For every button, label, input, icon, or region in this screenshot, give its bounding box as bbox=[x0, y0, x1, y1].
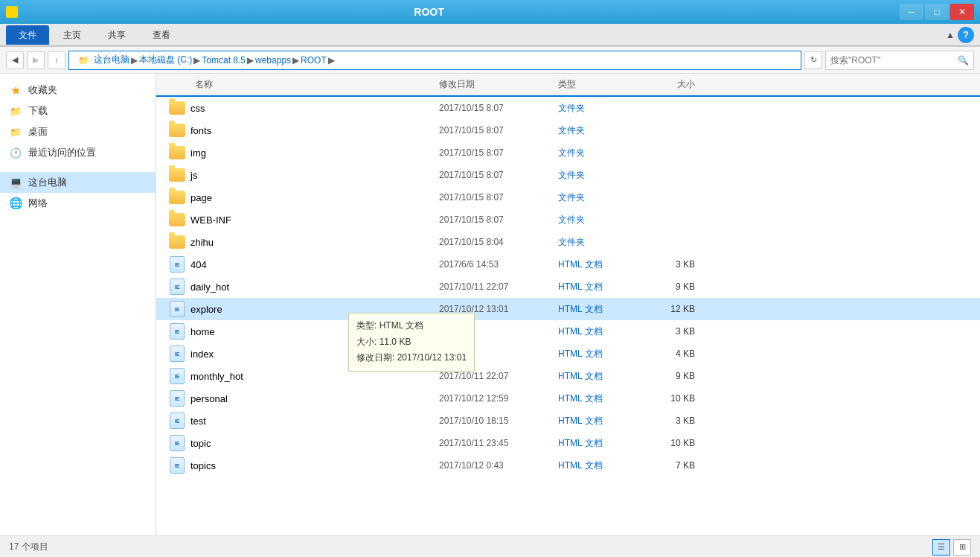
folder-icon bbox=[169, 124, 185, 137]
file-name: topics bbox=[190, 460, 216, 471]
col-header-size[interactable]: 大小 bbox=[647, 78, 707, 91]
collapse-ribbon[interactable]: ▲ bbox=[946, 30, 955, 40]
table-row[interactable]: js 2017/10/15 8:07 文件夹 bbox=[156, 164, 980, 186]
folder-icon bbox=[169, 191, 185, 204]
file-name: WEB-INF bbox=[190, 214, 231, 226]
tab-home[interactable]: 主页 bbox=[51, 25, 94, 45]
up-button[interactable]: ↑ bbox=[48, 51, 65, 69]
file-icon: IE bbox=[168, 456, 186, 474]
maximize-button[interactable]: □ bbox=[925, 4, 949, 20]
table-row[interactable]: IE test 2017/10/10 18:15 HTML 文档 3 KB bbox=[156, 410, 980, 432]
search-input[interactable] bbox=[830, 55, 958, 66]
file-icon: IE bbox=[168, 322, 186, 340]
address-box[interactable]: 📁 这台电脑 ▶ 本地磁盘 (C:) ▶ Tomcat 8.5 ▶ webapp… bbox=[68, 51, 801, 70]
breadcrumb-c[interactable]: 本地磁盘 (C:) bbox=[139, 54, 192, 66]
sidebar-item-favorites[interactable]: ★ 收藏夹 bbox=[0, 80, 156, 101]
file-list-header: 名称 修改日期 类型 大小 bbox=[156, 74, 980, 97]
file-name: topic bbox=[190, 438, 211, 449]
table-row[interactable]: IE explore 2017/10/12 13:01 HTML 文档 12 K… bbox=[156, 298, 980, 320]
back-button[interactable]: ◀ bbox=[6, 51, 24, 69]
col-header-date[interactable]: 修改日期 bbox=[439, 78, 558, 91]
breadcrumb-webapps[interactable]: webapps bbox=[255, 55, 291, 66]
html-file-icon: IE bbox=[170, 278, 185, 295]
file-type-cell: HTML 文档 bbox=[558, 392, 647, 405]
help-button[interactable]: ? bbox=[958, 27, 974, 43]
breadcrumb: 📁 这台电脑 ▶ 本地磁盘 (C:) ▶ Tomcat 8.5 ▶ webapp… bbox=[75, 54, 795, 66]
table-row[interactable]: IE daily_hot 2017/10/11 22:07 HTML 文档 9 … bbox=[156, 276, 980, 298]
table-row[interactable]: IE topics 2017/10/12 0:43 HTML 文档 7 KB bbox=[156, 454, 980, 477]
file-date-cell: 2017/10/11 22:07 bbox=[439, 281, 558, 292]
tooltip-type: 类型: HTML 文档 bbox=[356, 318, 467, 334]
file-name-cell: css bbox=[156, 99, 439, 117]
tab-share[interactable]: 共享 bbox=[95, 25, 138, 45]
file-date-cell: 2017/10/12 12:59 bbox=[439, 393, 558, 404]
refresh-button[interactable]: ↻ bbox=[804, 51, 822, 69]
folder-icon bbox=[169, 101, 185, 115]
table-row[interactable]: page 2017/10/15 8:07 文件夹 bbox=[156, 186, 980, 209]
search-box[interactable]: 🔍 bbox=[825, 51, 974, 70]
minimize-button[interactable]: ─ bbox=[900, 4, 923, 20]
sidebar-item-recent[interactable]: 🕐 最近访问的位置 bbox=[0, 142, 156, 163]
breadcrumb-tomcat[interactable]: Tomcat 8.5 bbox=[202, 55, 246, 66]
sidebar-item-desktop[interactable]: 📁 桌面 bbox=[0, 121, 156, 142]
tab-view[interactable]: 查看 bbox=[140, 25, 183, 45]
title-bar-controls: ─ □ ✕ bbox=[900, 4, 974, 20]
file-date-cell: 2017/10/12 0:43 bbox=[439, 460, 558, 471]
sidebar-label-downloads: 下载 bbox=[28, 104, 48, 118]
sidebar-label-favorites: 收藏夹 bbox=[28, 83, 57, 97]
col-header-type[interactable]: 类型 bbox=[558, 78, 647, 91]
file-name-cell: img bbox=[156, 144, 439, 162]
table-row[interactable]: IE topic 2017/10/11 23:45 HTML 文档 10 KB bbox=[156, 432, 980, 454]
status-bar: 17 个项目 ☰ ⊞ bbox=[0, 535, 980, 557]
table-row[interactable]: WEB-INF 2017/10/15 8:07 文件夹 bbox=[156, 209, 980, 231]
html-file-icon: IE bbox=[170, 346, 185, 362]
breadcrumb-pc[interactable]: 这台电脑 bbox=[94, 54, 129, 66]
table-row[interactable]: IE home HTML 文档 3 KB bbox=[156, 320, 980, 343]
sidebar-item-downloads[interactable]: 📁 下载 bbox=[0, 101, 156, 121]
file-date-cell: 2017/10/15 8:07 bbox=[439, 125, 558, 136]
col-header-name[interactable]: 名称 bbox=[156, 78, 439, 91]
file-type-cell: 文件夹 bbox=[558, 191, 647, 204]
network-icon: 🌐 bbox=[9, 197, 22, 210]
file-size-cell: 10 KB bbox=[647, 393, 707, 404]
file-size-cell: 3 KB bbox=[647, 416, 707, 426]
breadcrumb-root[interactable]: ROOT bbox=[301, 55, 327, 66]
file-date-cell: 2017/10/15 8:07 bbox=[439, 214, 558, 225]
file-icon: IE bbox=[168, 434, 186, 452]
sidebar-item-network[interactable]: 🌐 网络 bbox=[0, 193, 156, 214]
table-row[interactable]: fonts 2017/10/15 8:07 文件夹 bbox=[156, 119, 980, 141]
file-date-cell: 2017/10/10 18:15 bbox=[439, 416, 558, 426]
view-details-button[interactable]: ☰ bbox=[932, 539, 950, 556]
file-name: index bbox=[190, 348, 214, 360]
main-layout: ★ 收藏夹 📁 下载 📁 桌面 🕐 最近访问的位置 💻 这台电脑 bbox=[0, 74, 980, 535]
address-bar: ◀ ▶ ↑ 📁 这台电脑 ▶ 本地磁盘 (C:) ▶ Tomcat 8.5 ▶ … bbox=[0, 47, 980, 74]
table-row[interactable]: css 2017/10/15 8:07 文件夹 bbox=[156, 97, 980, 119]
file-name-cell: WEB-INF bbox=[156, 211, 439, 229]
file-size-cell: 3 KB bbox=[647, 326, 707, 337]
table-row[interactable]: IE monthly_hot 2017/10/11 22:07 HTML 文档 … bbox=[156, 365, 980, 387]
folder-icon: 📁 bbox=[9, 104, 22, 118]
close-button[interactable]: ✕ bbox=[950, 4, 974, 20]
sidebar-item-thispc[interactable]: 💻 这台电脑 bbox=[0, 172, 156, 193]
file-icon: IE bbox=[168, 345, 186, 363]
file-size-cell: 3 KB bbox=[647, 259, 707, 270]
sidebar-label-recent: 最近访问的位置 bbox=[28, 146, 96, 159]
file-icon bbox=[168, 144, 186, 162]
file-icon bbox=[168, 166, 186, 184]
table-row[interactable]: IE index HTML 文档 4 KB bbox=[156, 343, 980, 365]
table-row[interactable]: IE personal 2017/10/12 12:59 HTML 文档 10 … bbox=[156, 387, 980, 410]
file-name: test bbox=[190, 416, 206, 427]
view-controls: ☰ ⊞ bbox=[932, 539, 971, 556]
file-name: fonts bbox=[190, 125, 211, 136]
forward-button[interactable]: ▶ bbox=[27, 51, 45, 69]
html-file-icon: IE bbox=[170, 323, 185, 340]
table-row[interactable]: img 2017/10/15 8:07 文件夹 bbox=[156, 141, 980, 164]
table-row[interactable]: IE 404 2017/6/6 14:53 HTML 文档 3 KB bbox=[156, 253, 980, 276]
view-large-button[interactable]: ⊞ bbox=[953, 539, 971, 556]
tab-file[interactable]: 文件 bbox=[6, 25, 49, 45]
file-date-cell: 2017/10/11 22:07 bbox=[439, 371, 558, 381]
recent-icon: 🕐 bbox=[9, 146, 22, 159]
table-row[interactable]: zhihu 2017/10/15 8:04 文件夹 bbox=[156, 231, 980, 253]
tooltip-date: 修改日期: 2017/10/12 13:01 bbox=[356, 350, 467, 366]
file-name-cell: IE topics bbox=[156, 456, 439, 474]
